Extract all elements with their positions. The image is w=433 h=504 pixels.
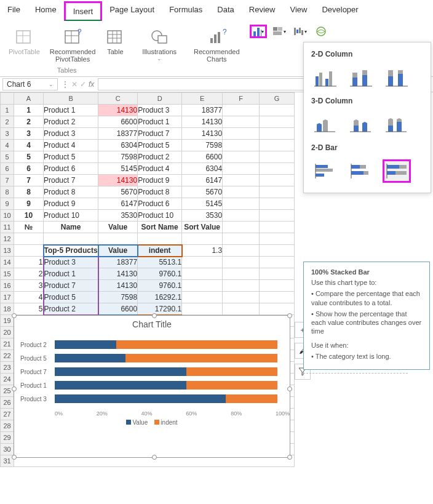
chart-plot-area[interactable]: Product 2Product 5Product 7Product 1Prod… [14,333,290,410]
cell[interactable]: 16292.1 [138,292,182,303]
row-header[interactable]: 22 [1,350,14,362]
cell[interactable]: 18377 [98,257,138,268]
cell[interactable] [260,257,295,268]
100-stacked-column-button[interactable] [383,66,411,89]
row-header[interactable]: 8 [1,186,14,198]
cell[interactable]: 3530 [182,210,223,222]
cell[interactable]: Product 7 [44,280,98,292]
col-header-A[interactable]: A [14,93,44,105]
cell[interactable] [260,198,295,210]
cell[interactable] [223,175,260,186]
cell[interactable]: Product 9 [44,198,98,210]
cell[interactable] [223,268,260,280]
cell[interactable]: 3530 [98,210,138,222]
row-header[interactable]: 24 [1,374,14,385]
chart-legend[interactable]: Value indent [14,417,290,428]
row-header[interactable]: 27 [1,409,14,420]
cell[interactable]: 5513.1 [138,257,182,268]
row-header[interactable]: 21 [1,338,14,350]
cell[interactable] [223,198,260,210]
cell[interactable]: Sort Name [138,222,182,233]
cell[interactable]: Name [44,222,98,233]
cell[interactable] [44,233,98,245]
cell[interactable]: Product 3 [44,128,98,140]
cell[interactable]: 7598 [182,140,223,151]
fx-icon[interactable]: fx [89,80,94,89]
cell[interactable] [260,128,295,140]
cell[interactable]: Product 5 [44,292,98,303]
row-header[interactable]: 29 [1,432,14,444]
cell[interactable]: Product 4 [138,163,182,175]
recommended-pivottables-button[interactable]: ? Recommended PivotTables [46,25,100,65]
cell[interactable]: 5145 [182,198,223,210]
cell[interactable]: 4 [14,292,44,303]
cell[interactable]: 14130 [98,268,138,280]
cell[interactable]: 5 [14,151,44,163]
cell[interactable] [260,292,295,303]
row-header[interactable]: 9 [1,198,14,210]
cancel-icon[interactable]: ✕ [71,80,77,89]
row-header[interactable]: 26 [1,397,14,409]
cell[interactable] [260,210,295,222]
row-header[interactable]: 23 [1,362,14,374]
cell[interactable]: 14130 [182,116,223,128]
cell[interactable]: Product 1 [138,116,182,128]
cell[interactable]: Product 8 [138,186,182,198]
cell[interactable] [223,292,260,303]
cell[interactable]: Sort Value [182,222,223,233]
chart-title[interactable]: Chart Title [14,316,290,333]
select-all-corner[interactable] [1,93,14,105]
cell[interactable]: 2 [14,268,44,280]
chart-bar[interactable] [55,340,277,349]
formula-options-icon[interactable]: ⋮ [62,80,69,89]
cell[interactable] [260,151,295,163]
row-header[interactable]: 17 [1,292,14,303]
cell[interactable]: 5145 [98,163,138,175]
cell[interactable]: Product 10 [138,210,182,222]
cell[interactable]: 6304 [182,163,223,175]
cell[interactable] [260,140,295,151]
cell[interactable]: 7 [14,175,44,186]
insert-column-bar-chart-button[interactable]: ▾ [250,25,267,38]
chart-bar[interactable] [55,367,277,376]
cell[interactable] [223,257,260,268]
cell[interactable]: 14130 [182,128,223,140]
cell[interactable]: 6147 [98,198,138,210]
cell[interactable] [223,116,260,128]
enter-icon[interactable]: ✓ [80,80,86,89]
cell[interactable] [260,175,295,186]
clustered-bar-button[interactable] [311,159,340,183]
cell[interactable]: Product 6 [138,198,182,210]
cell[interactable]: 2 [14,116,44,128]
cell[interactable] [260,116,295,128]
cell[interactable]: 6600 [182,151,223,163]
row-header[interactable]: 5 [1,151,14,163]
3d-clustered-column-button[interactable] [311,113,340,136]
cell[interactable]: 6147 [182,175,223,186]
cell[interactable] [98,233,138,245]
cell[interactable] [14,233,44,245]
recommended-charts-button[interactable]: ? Recommended Charts [190,25,244,65]
cell[interactable] [138,233,182,245]
menu-review[interactable]: Review [242,1,283,21]
row-header[interactable]: 12 [1,233,14,245]
table-button[interactable]: Table [101,25,129,65]
row-header[interactable]: 20 [1,327,14,338]
cell[interactable] [260,233,295,245]
cell[interactable]: Product 2 [44,303,98,315]
row-header[interactable]: 2 [1,116,14,128]
cell[interactable]: 7598 [98,151,138,163]
cell[interactable]: 14130 [98,280,138,292]
col-header-G[interactable]: G [260,93,295,105]
menu-developer[interactable]: Developer [314,1,365,21]
cell[interactable]: 4 [14,140,44,151]
cell[interactable]: 17290.1 [138,303,182,315]
cell[interactable] [260,222,295,233]
cell[interactable]: 5670 [182,186,223,198]
cell[interactable]: 3 [14,128,44,140]
row-header[interactable]: 30 [1,444,14,455]
cell[interactable] [260,245,295,257]
chart-bar[interactable] [55,381,277,390]
cell[interactable] [223,151,260,163]
row-header[interactable]: 6 [1,163,14,175]
